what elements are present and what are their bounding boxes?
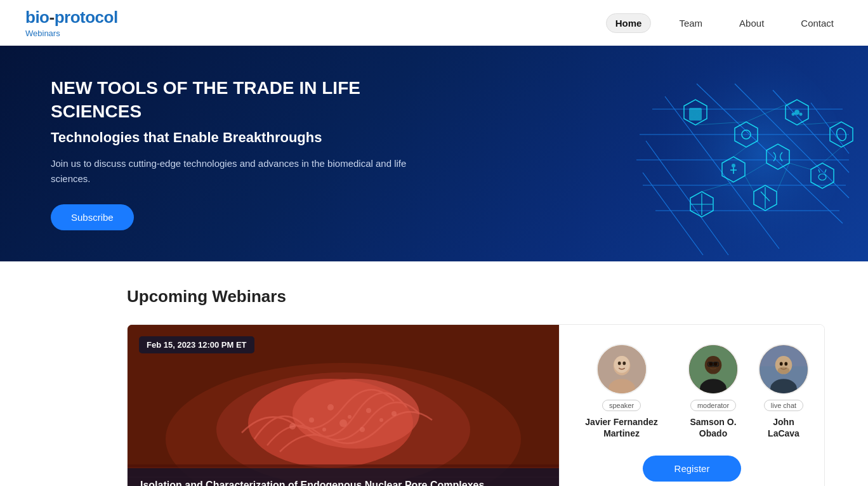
svg-point-24: [732, 164, 735, 167]
svg-point-57: [322, 428, 326, 431]
svg-point-72: [622, 362, 626, 365]
nav-link-home[interactable]: Home: [606, 13, 652, 33]
svg-point-71: [617, 362, 621, 365]
svg-point-58: [339, 419, 347, 427]
svg-point-56: [366, 408, 371, 413]
navigation: bio-protocol Webinars Home Team About Co…: [0, 0, 868, 46]
svg-point-59: [360, 427, 365, 432]
presenter-avatar-moderator: [688, 344, 739, 395]
presenters-panel: speaker Javier Fernandez Martinez: [559, 325, 824, 486]
svg-point-87: [784, 362, 787, 366]
svg-point-55: [348, 415, 352, 419]
svg-point-88: [778, 367, 790, 374]
hero-description: Join us to discuss cutting-edge technolo…: [51, 156, 431, 187]
nav-link-contact[interactable]: Contact: [792, 14, 843, 32]
presenter-moderator: moderator Samson O. Obado: [681, 344, 746, 439]
hero-section: NEW TOOLS OF THE TRADE IN LIFE SCIENCES …: [0, 46, 868, 261]
speaker-badge: speaker: [602, 400, 641, 411]
livechat-name: John LaCava: [758, 416, 809, 439]
svg-point-60: [379, 418, 383, 422]
nav-link-about[interactable]: About: [730, 14, 773, 32]
moderator-badge: moderator: [690, 400, 736, 411]
presenter-livechat: live chat John LaCava: [758, 344, 809, 439]
svg-point-86: [780, 362, 783, 366]
hero-title: NEW TOOLS OF THE TRADE IN LIFE SCIENCES: [51, 77, 431, 123]
logo-text: bio-protocol: [25, 8, 118, 27]
svg-point-70: [614, 356, 629, 373]
svg-point-19: [792, 113, 795, 116]
webinar-card: Feb 15, 2023 12:00 PM ET Isolation and C…: [127, 324, 825, 486]
presenter-avatar-speaker: [596, 344, 647, 395]
livechat-badge: live chat: [764, 400, 803, 411]
nav-link-team[interactable]: Team: [670, 14, 711, 32]
speaker-name: Javier Fernandez Martinez: [575, 416, 668, 439]
webinar-image: Feb 15, 2023 12:00 PM ET Isolation and C…: [128, 325, 559, 486]
presenter-speaker: speaker Javier Fernandez Martinez: [575, 344, 668, 439]
subscribe-button[interactable]: Subscribe: [51, 204, 134, 230]
webinar-title: Isolation and Characterization of Endoge…: [128, 468, 559, 486]
svg-point-53: [309, 417, 314, 423]
svg-point-62: [391, 411, 397, 416]
svg-point-20: [799, 113, 803, 116]
moderator-name: Samson O. Obado: [681, 416, 746, 439]
hero-content: NEW TOOLS OF THE TRADE IN LIFE SCIENCES …: [51, 77, 431, 230]
webinar-date-badge: Feb 15, 2023 12:00 PM ET: [139, 336, 254, 353]
svg-rect-14: [689, 108, 702, 121]
presenters-row: speaker Javier Fernandez Martinez: [575, 344, 809, 439]
section-title: Upcoming Webinars: [127, 287, 843, 306]
nav-links: Home Team About Contact: [606, 13, 843, 33]
svg-point-18: [794, 110, 799, 115]
main-content: Upcoming Webinars: [0, 261, 868, 486]
logo[interactable]: bio-protocol Webinars: [25, 8, 118, 38]
svg-point-0: [640, 52, 843, 255]
svg-point-61: [289, 423, 296, 430]
hero-subtitle: Technologies that Enable Breakthroughs: [51, 129, 431, 146]
svg-point-54: [327, 404, 334, 410]
register-button[interactable]: Register: [643, 456, 742, 482]
hero-globe-image: [538, 46, 868, 261]
presenter-avatar-livechat: [758, 344, 809, 395]
logo-sub: Webinars: [25, 29, 118, 38]
